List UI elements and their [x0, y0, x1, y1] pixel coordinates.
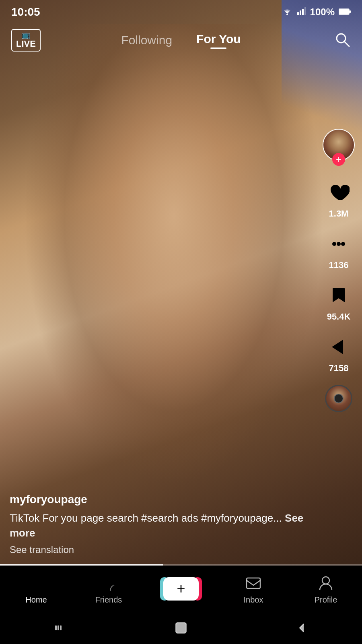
svg-rect-16 — [55, 625, 57, 630]
svg-rect-2 — [300, 10, 301, 15]
svg-point-9 — [332, 242, 336, 246]
add-button-inner: + — [163, 577, 199, 601]
like-count: 1.3M — [329, 208, 349, 219]
see-translation-button[interactable]: See translation — [10, 544, 314, 555]
svg-point-10 — [337, 242, 341, 246]
wifi-icon — [281, 6, 293, 18]
battery-icon — [339, 6, 351, 18]
svg-point-13 — [110, 577, 115, 582]
nav-home[interactable]: Home — [0, 574, 72, 605]
svg-rect-1 — [297, 12, 299, 15]
nav-friends[interactable]: Friends — [72, 574, 145, 605]
svg-rect-18 — [60, 625, 62, 630]
android-back-button[interactable] — [296, 622, 308, 634]
nav-inbox[interactable]: Inbox — [217, 574, 290, 605]
inbox-label: Inbox — [244, 595, 263, 605]
bookmark-count: 95.4K — [327, 312, 351, 322]
comment-button[interactable]: 1136 — [325, 230, 352, 270]
comment-icon — [325, 230, 352, 258]
android-home-button[interactable] — [174, 621, 188, 635]
profile-label: Profile — [315, 595, 337, 605]
svg-point-11 — [341, 242, 345, 246]
share-count: 7158 — [329, 363, 349, 374]
bookmark-button[interactable]: 95.4K — [325, 282, 352, 322]
svg-point-12 — [103, 577, 109, 584]
nav-tabs: Following For You — [121, 32, 241, 49]
inbox-icon — [244, 574, 263, 593]
svg-rect-6 — [349, 10, 351, 13]
friends-label: Friends — [95, 595, 122, 605]
svg-point-0 — [286, 14, 288, 15]
android-recents-button[interactable] — [54, 622, 66, 634]
creator-username[interactable]: myforyoupage — [10, 493, 314, 506]
sound-disc-image — [325, 385, 352, 412]
svg-rect-3 — [302, 9, 304, 15]
bottom-navigation: Home Friends + Inbo — [0, 566, 362, 612]
top-navigation: 📺 LIVE Following For You — [0, 24, 362, 56]
plus-icon: + — [177, 582, 185, 596]
tab-following[interactable]: Following — [121, 33, 172, 47]
svg-rect-19 — [176, 623, 186, 633]
svg-point-15 — [322, 577, 329, 584]
add-button[interactable]: + — [163, 577, 199, 601]
follow-plus-button[interactable]: + — [332, 153, 345, 166]
profile-icon — [316, 574, 335, 593]
live-button[interactable]: 📺 LIVE — [11, 29, 41, 52]
heart-icon — [325, 179, 352, 206]
live-label: LIVE — [16, 39, 36, 49]
like-button[interactable]: 1.3M — [325, 179, 352, 219]
svg-rect-17 — [58, 625, 59, 630]
bookmark-icon — [325, 282, 352, 309]
content-info: myforyoupage TikTok For you page search … — [10, 493, 314, 555]
right-actions-panel: + 1.3M 1136 95.4K — [323, 129, 355, 412]
android-navigation — [0, 612, 362, 644]
live-tv-icon: 📺 — [21, 31, 30, 39]
friends-icon — [99, 574, 118, 593]
battery-percentage: 100% — [310, 6, 335, 18]
active-tab-indicator — [210, 47, 226, 49]
svg-rect-5 — [339, 9, 349, 14]
signal-icon — [297, 6, 306, 18]
tab-foryou[interactable]: For You — [196, 32, 241, 49]
share-button[interactable]: 7158 — [325, 333, 352, 374]
nav-profile[interactable]: Profile — [290, 574, 362, 605]
svg-rect-14 — [247, 578, 260, 588]
share-icon — [325, 333, 352, 361]
svg-rect-4 — [304, 7, 306, 15]
nav-add[interactable]: + — [145, 577, 217, 601]
home-icon — [27, 574, 46, 593]
search-button[interactable] — [334, 31, 351, 50]
status-time: 10:05 — [11, 6, 40, 19]
status-icons: 100% — [281, 6, 351, 18]
svg-line-8 — [344, 41, 349, 46]
status-bar: 10:05 100% — [0, 0, 362, 24]
video-caption: TikTok For you page search #search ads #… — [10, 511, 314, 540]
comment-count: 1136 — [329, 260, 349, 270]
home-label: Home — [25, 595, 47, 605]
sound-disc[interactable] — [325, 385, 352, 412]
creator-avatar[interactable]: + — [323, 129, 355, 161]
